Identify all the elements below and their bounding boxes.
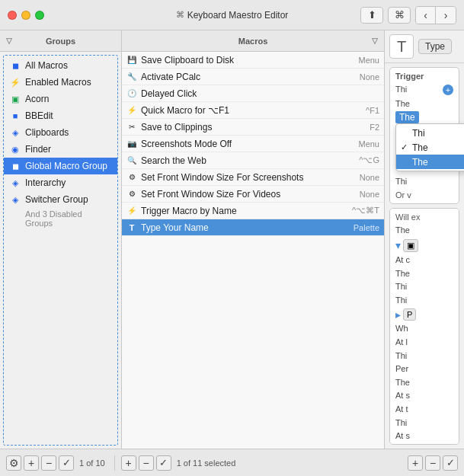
macros-selected-count: 1 of 11 selected [174,458,239,468]
switcher-group-icon: ◈ [10,194,21,205]
groups-check-button[interactable]: ✓ [59,455,74,471]
will-execute-lines: The ▾ ▣ At c The Thi Thi ▸ P Wh At l T [395,224,453,445]
will-exec-expand-row: ▸ P [395,308,453,321]
maximize-button[interactable] [35,11,44,20]
macro-item-delayed-click[interactable]: 🕐 Delayed Click [122,85,384,102]
group-label-acorn: Acorn [25,94,49,104]
macro-icon-delayed-click: 🕐 [126,88,137,99]
minimize-button[interactable] [21,11,30,20]
group-label-enabled-macros: Enabled Macros [25,77,91,88]
macro-item-screenshots-mode[interactable]: 📷 Screenshots Mode Off Menu [122,136,384,152]
editor-check-button[interactable]: ✓ [443,455,458,471]
macro-item-set-window-videos[interactable]: ⚙ Set Front Window Size For Videos None [122,186,384,203]
trigger-line-5: Thi [395,175,440,189]
back-icon: ‹ [424,9,427,21]
macro-icon-save-clipboard: 💾 [126,55,137,65]
macro-name-save-clipboard: Save Clipboard to Disk [141,55,354,65]
toolbar-buttons: ⬆ ⌘ ‹ › [360,6,456,24]
will-exec-line-7: At l [395,336,453,350]
will-exec-dropdown-btn[interactable]: ▣ [403,239,418,252]
group-item-all-macros[interactable]: ◼ All Macros [4,57,117,74]
traffic-lights [8,11,44,20]
forward-button[interactable]: › [436,7,456,24]
type-button[interactable]: Type [418,39,452,54]
will-exec-line-9: Per [395,363,453,376]
macro-item-activate-pcalc[interactable]: 🔧 Activate PCalc None [122,69,384,85]
macro-name-set-window-videos: Set Front Window Size For Videos [141,189,356,200]
group-item-finder[interactable]: ◉ Finder [4,141,117,158]
macro-item-quick-macro[interactable]: ⚡ Quick Macro for ⌥F1 ^F1 [122,102,384,119]
finder-icon: ◉ [10,144,21,155]
will-execute-label: Will ex [395,212,453,222]
bottom-bar: ⚙ + − ✓ 1 of 10 + − ✓ 1 of 11 selected +… [0,449,464,476]
groups-remove-button[interactable]: − [41,455,56,471]
macros-header-label: Macros [238,37,268,46]
macro-trigger-activate-pcalc: None [360,72,379,81]
share-button[interactable]: ⬆ [360,7,383,24]
macro-name-search-web: Search the Web [141,155,355,166]
macro-trigger-screenshots-mode: Menu [358,139,379,149]
macro-item-type-your-name[interactable]: T Type Your Name Palette [122,219,384,236]
macro-name-quick-macro: Quick Macro for ⌥F1 [141,105,362,116]
groups-panel: ▽ Groups ◼ All Macros ⚡ Enabled Macros ▣… [0,30,122,449]
macro-item-set-window-screenshots[interactable]: ⚙ Set Front Window Size For Screenshots … [122,169,384,186]
title-bar: ⌘ Keyboard Maestro Editor ⬆ ⌘ ‹ › [0,0,464,30]
groups-count: 1 of 10 [76,458,108,468]
group-label-interarchy: Interarchy [25,177,66,188]
dropdown-item-2[interactable]: ✓ The [396,140,464,155]
group-label-clipboards: Clipboards [25,127,69,138]
close-button[interactable] [8,11,17,20]
acorn-icon: ▣ [10,94,21,104]
group-item-interarchy[interactable]: ◈ Interarchy [4,174,117,191]
will-exec-expand-btn[interactable]: P [403,308,416,321]
trigger-add-button[interactable]: + [443,85,453,95]
cmd-button[interactable]: ⌘ [388,7,411,24]
macro-name-delayed-click: Delayed Click [141,88,376,99]
forward-icon: › [444,9,448,21]
trigger-dropdown[interactable]: Thi ✓ The The [395,123,464,171]
will-exec-line-12: At t [395,403,453,417]
macro-item-search-web[interactable]: 🔍 Search the Web ^⌥G [122,152,384,169]
group-item-acorn[interactable]: ▣ Acorn [4,91,117,107]
group-item-enabled-macros[interactable]: ⚡ Enabled Macros [4,74,117,91]
all-macros-icon: ◼ [10,60,21,71]
group-label-global-macro-group: Global Macro Group [25,161,107,171]
macros-remove-button[interactable]: − [139,455,154,471]
will-exec-line-8: Thi [395,350,453,363]
macro-trigger-set-window-videos: None [360,190,379,199]
macro-trigger-quick-macro: ^F1 [366,106,379,115]
macro-trigger-save-clipboard: Menu [358,56,379,65]
back-button[interactable]: ‹ [416,7,436,24]
will-execute-section: Will ex The ▾ ▣ At c The Thi Thi ▸ P Wh [385,208,464,449]
editor-remove-button[interactable]: − [425,455,440,471]
dropdown-item-3[interactable]: The [396,155,464,169]
macros-add-button[interactable]: + [121,455,136,471]
groups-gear-button[interactable]: ⚙ [6,455,21,471]
trigger-add-btn-area: + [443,83,453,95]
dropdown-label-2: The [412,142,428,153]
groups-list: ◼ All Macros ⚡ Enabled Macros ▣ Acorn ■ … [3,55,118,446]
share-icon: ⬆ [368,9,376,21]
editor-bottom-controls: + − ✓ [408,455,458,471]
macros-filter-icon: ▽ [372,37,378,45]
editor-panel: T Type Trigger Thi The The [385,30,464,449]
editor-add-button[interactable]: + [408,455,423,471]
will-exec-line-4: Thi [395,280,453,294]
will-exec-line-11: At s [395,389,453,403]
group-item-bbedit[interactable]: ■ BBEdit [4,107,117,124]
dropdown-label-3: The [412,157,428,168]
clipboards-icon: ◈ [10,127,21,138]
macros-check-button[interactable]: ✓ [156,455,171,471]
macro-item-save-clipboard[interactable]: 💾 Save Clipboard to Disk Menu [122,52,384,69]
macro-item-save-clippings[interactable]: ✂ Save to Clippings F2 [122,119,384,136]
dropdown-item-1[interactable]: Thi [396,126,464,140]
groups-add-button[interactable]: + [24,455,39,471]
group-item-clipboards[interactable]: ◈ Clipboards [4,124,117,141]
macro-item-trigger-by-name[interactable]: ⚡ Trigger Macro by Name ^⌥⌘T [122,203,384,219]
macro-icon-display: T [389,34,414,59]
will-exec-dropdown-row: ▾ ▣ [395,239,453,252]
group-item-global-macro-group[interactable]: ◼ Global Macro Group [4,158,117,174]
group-item-switcher-group[interactable]: ◈ Switcher Group [4,191,117,208]
macro-icon-type-your-name: T [126,222,137,233]
will-exec-line-13: Thi [395,417,453,430]
